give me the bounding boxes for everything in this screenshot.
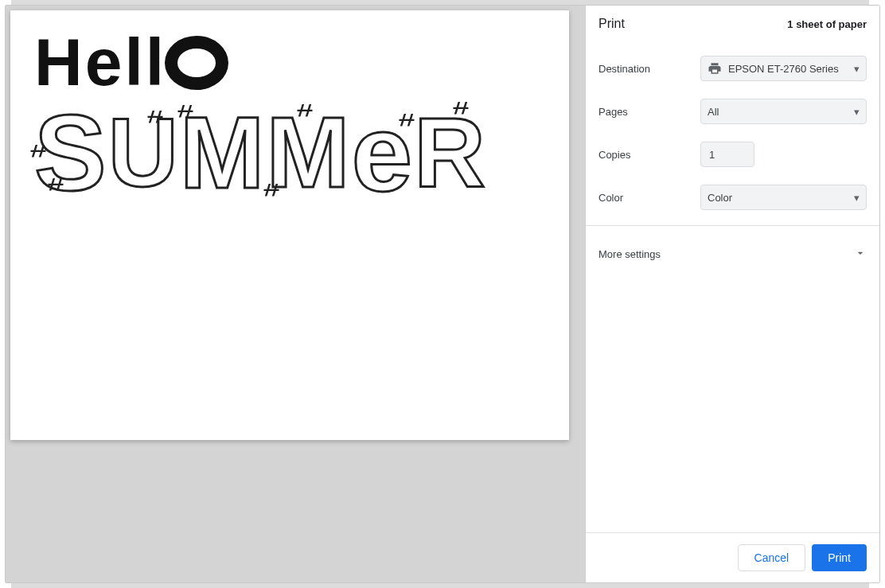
- copies-label: Copies: [598, 149, 700, 161]
- color-value: Color: [708, 192, 732, 204]
- chevron-down-icon: [854, 247, 867, 262]
- destination-select[interactable]: EPSON ET-2760 Series ▾: [700, 56, 867, 81]
- summer-letter-e: eeᚋᚋ: [351, 98, 412, 208]
- print-preview-page: Hell SSᚋᚋᚋᚋ UUᚋᚋ MMᚋᚋ MMᚋᚋᚋᚋ eeᚋᚋ RRᚋᚋ: [10, 10, 569, 440]
- more-settings-toggle[interactable]: More settings: [586, 232, 879, 276]
- summer-letter-u: UUᚋᚋ: [108, 104, 178, 201]
- cancel-button[interactable]: Cancel: [738, 544, 806, 571]
- divider: [586, 225, 879, 226]
- dialog-footer: Cancel Print: [586, 532, 879, 582]
- preview-summer-word: SSᚋᚋᚋᚋ UUᚋᚋ MMᚋᚋ MMᚋᚋᚋᚋ eeᚋᚋ RRᚋᚋ: [34, 98, 545, 208]
- caret-down-icon: ▾: [854, 63, 860, 75]
- more-settings-label: More settings: [598, 248, 661, 260]
- color-select[interactable]: Color ▾: [700, 185, 867, 210]
- summer-letter-r: RRᚋᚋ: [414, 103, 485, 202]
- row-copies: Copies: [586, 133, 879, 176]
- preview-hello-prefix: Hell: [34, 25, 166, 99]
- pages-value: All: [708, 106, 719, 118]
- summer-letter-m1: MMᚋᚋ: [180, 102, 265, 204]
- panel-header: Print 1 sheet of paper: [586, 6, 879, 47]
- caret-down-icon: ▾: [854, 106, 860, 118]
- destination-value: EPSON ET-2760 Series: [728, 63, 839, 75]
- print-settings-panel: Print 1 sheet of paper Destination EPSON…: [586, 6, 879, 582]
- summer-letter-s: SSᚋᚋᚋᚋ: [34, 99, 107, 207]
- preview-hello-o-letter: [165, 36, 228, 90]
- printer-icon: [708, 61, 722, 76]
- row-pages: Pages All ▾: [586, 90, 879, 133]
- caret-down-icon: ▾: [854, 192, 860, 204]
- spacer: [586, 276, 879, 532]
- print-preview-area: Hell SSᚋᚋᚋᚋ UUᚋᚋ MMᚋᚋ MMᚋᚋᚋᚋ eeᚋᚋ RRᚋᚋ: [6, 6, 586, 582]
- destination-label: Destination: [598, 63, 700, 75]
- sheet-count: 1 sheet of paper: [787, 18, 867, 30]
- pages-select[interactable]: All ▾: [700, 99, 867, 124]
- copies-input[interactable]: [700, 142, 754, 167]
- print-button[interactable]: Print: [812, 544, 867, 571]
- color-label: Color: [598, 192, 700, 204]
- row-destination: Destination EPSON ET-2760 Series ▾: [586, 47, 879, 90]
- print-dialog: Hell SSᚋᚋᚋᚋ UUᚋᚋ MMᚋᚋ MMᚋᚋᚋᚋ eeᚋᚋ RRᚋᚋ P…: [5, 5, 880, 583]
- summer-letter-m2: MMᚋᚋᚋᚋ: [266, 103, 349, 203]
- preview-hello-text: Hell: [34, 31, 545, 93]
- panel-title: Print: [598, 17, 625, 31]
- row-color: Color Color ▾: [586, 176, 879, 219]
- pages-label: Pages: [598, 106, 700, 118]
